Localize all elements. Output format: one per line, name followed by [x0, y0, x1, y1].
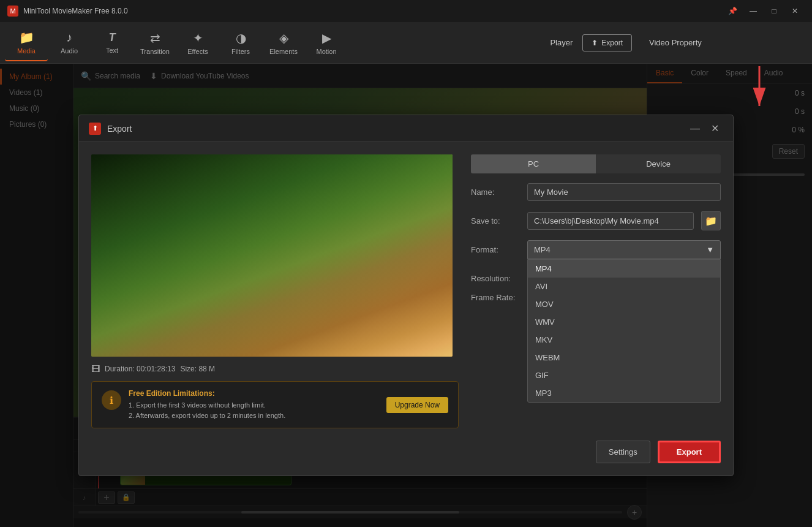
- info-line-1: 1. Export the first 3 videos without len…: [129, 400, 379, 411]
- format-row: Format: MP4 ▼ MP4 AVI MOV WMV: [471, 240, 721, 259]
- video-metadata: 🎞 Duration: 00:01:28:13 Size: 88 M: [91, 364, 459, 374]
- format-option-mkv[interactable]: MKV: [528, 331, 720, 349]
- modal-titlebar: ⬆ Export — ✕: [79, 115, 733, 142]
- svg-text:M: M: [10, 7, 15, 15]
- toolbar-transition-label: Transition: [140, 48, 170, 55]
- toolbar-filters-label: Filters: [231, 48, 250, 55]
- name-row: Name:: [471, 183, 721, 201]
- toolbar-elements-label: Elements: [269, 48, 298, 55]
- pc-device-tabs: PC Device: [471, 154, 721, 173]
- titlebar: M MiniTool MovieMaker Free 8.0.0 📌 — □ ✕: [0, 0, 812, 22]
- export-icon: ⬆: [592, 39, 598, 47]
- modal-icon-symbol: ⬆: [92, 124, 98, 132]
- folder-icon: 📁: [705, 215, 717, 227]
- toolbar-media[interactable]: 📁 Media: [5, 25, 48, 61]
- format-dropdown-container: MP4 ▼ MP4 AVI MOV WMV MKV WEBM: [527, 240, 721, 259]
- format-dropdown-list: MP4 AVI MOV WMV MKV WEBM GIF MP3: [527, 259, 721, 403]
- modal-footer: Settings Export: [79, 441, 733, 476]
- arrow-indicator: [741, 66, 778, 118]
- modal-icon: ⬆: [89, 123, 101, 135]
- export-action-button[interactable]: Export: [658, 441, 721, 463]
- export-header-label: Export: [601, 39, 623, 47]
- motion-icon: ▶: [322, 31, 331, 45]
- export-header-button[interactable]: ⬆ Export: [582, 34, 632, 51]
- export-modal: ⬆ Export — ✕: [78, 115, 734, 476]
- toolbar-effects-label: Effects: [187, 48, 208, 55]
- format-select[interactable]: MP4 ▼: [527, 240, 721, 259]
- player-label: Player: [550, 38, 573, 47]
- name-input[interactable]: [527, 183, 721, 201]
- maximize-button[interactable]: □: [764, 2, 784, 20]
- frame-rate-label: Frame Rate:: [471, 293, 520, 302]
- info-line-2: 2. Afterwards, export video up to 2 minu…: [129, 411, 379, 421]
- text-icon: T: [109, 31, 116, 44]
- browse-button[interactable]: 📁: [701, 211, 721, 230]
- format-option-wmv[interactable]: WMV: [528, 313, 720, 331]
- window-controls: 📌 — □ ✕: [723, 2, 805, 20]
- save-to-label: Save to:: [471, 216, 520, 226]
- name-label: Name:: [471, 188, 520, 197]
- modal-left-panel: 🎞 Duration: 00:01:28:13 Size: 88 M ℹ Fre…: [91, 154, 459, 428]
- format-selected-value: MP4: [534, 245, 551, 254]
- film-icon: 🎞: [91, 364, 100, 374]
- toolbar-transition[interactable]: ⇄ Transition: [133, 25, 176, 61]
- toolbar-media-label: Media: [17, 47, 36, 55]
- audio-icon: ♪: [66, 31, 72, 45]
- modal-body: 🎞 Duration: 00:01:28:13 Size: 88 M ℹ Fre…: [79, 142, 733, 441]
- format-option-mov[interactable]: MOV: [528, 295, 720, 313]
- format-option-avi[interactable]: AVI: [528, 278, 720, 295]
- format-option-mp4[interactable]: MP4: [528, 260, 720, 278]
- toolbar-elements[interactable]: ◈ Elements: [262, 25, 305, 61]
- toolbar-filters[interactable]: ◑ Filters: [219, 25, 262, 61]
- upgrade-button[interactable]: Upgrade Now: [386, 397, 448, 413]
- main-toolbar: 📁 Media ♪ Audio T Text ⇄ Transition ✦ Ef…: [0, 22, 812, 64]
- close-button[interactable]: ✕: [785, 2, 805, 20]
- video-size: Size: 88 M: [180, 365, 215, 373]
- format-option-mp3[interactable]: MP3: [528, 384, 720, 402]
- toolbar-audio-label: Audio: [61, 47, 78, 55]
- toolbar-text[interactable]: T Text: [91, 25, 133, 61]
- video-preview: [91, 154, 453, 357]
- toolbar-effects[interactable]: ✦ Effects: [176, 25, 219, 61]
- toolbar-motion-label: Motion: [316, 48, 336, 55]
- dropdown-arrow-icon: ▼: [706, 245, 714, 254]
- save-to-input[interactable]: [527, 212, 694, 230]
- info-title: Free Edition Limitations:: [129, 389, 379, 398]
- toolbar-text-label: Text: [106, 47, 118, 54]
- tab-pc[interactable]: PC: [471, 154, 596, 173]
- settings-button[interactable]: Settings: [596, 441, 650, 463]
- video-property-label: Video Property: [649, 38, 702, 47]
- effects-icon: ✦: [193, 31, 203, 45]
- info-box: ℹ Free Edition Limitations: 1. Export th…: [91, 381, 459, 428]
- app-icon: M: [7, 6, 18, 17]
- modal-overlay: ⬆ Export — ✕: [0, 64, 812, 527]
- modal-title: Export: [107, 124, 686, 134]
- info-icon: ℹ: [102, 390, 121, 410]
- modal-close-button[interactable]: ✕: [706, 120, 723, 137]
- video-duration: Duration: 00:01:28:13: [105, 365, 175, 373]
- save-to-row: Save to: 📁: [471, 211, 721, 230]
- app-title: MiniTool MovieMaker Free 8.0.0: [23, 7, 723, 15]
- transition-icon: ⇄: [150, 31, 160, 45]
- format-option-gif[interactable]: GIF: [528, 366, 720, 384]
- tab-device[interactable]: Device: [596, 154, 721, 173]
- toolbar-audio[interactable]: ♪ Audio: [48, 25, 91, 61]
- format-label: Format:: [471, 245, 520, 254]
- media-icon: 📁: [19, 30, 34, 45]
- resolution-label: Resolution:: [471, 274, 520, 283]
- minimize-button[interactable]: —: [743, 2, 763, 20]
- pin-button[interactable]: 📌: [723, 2, 742, 20]
- toolbar-motion[interactable]: ▶ Motion: [305, 25, 348, 61]
- elements-icon: ◈: [279, 31, 288, 45]
- filters-icon: ◑: [236, 31, 246, 45]
- info-content: Free Edition Limitations: 1. Export the …: [129, 389, 379, 420]
- modal-right-panel: PC Device Name: Save to: 📁: [471, 154, 721, 428]
- modal-minimize-button[interactable]: —: [686, 120, 704, 137]
- format-option-webm[interactable]: WEBM: [528, 349, 720, 366]
